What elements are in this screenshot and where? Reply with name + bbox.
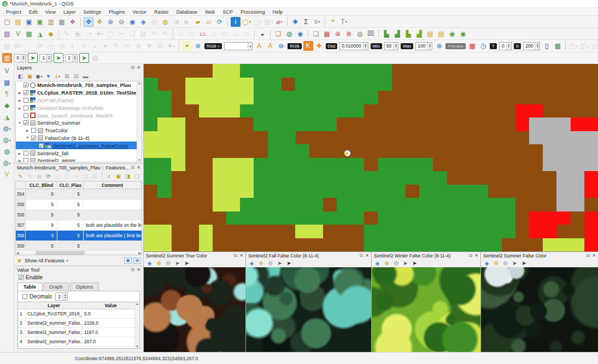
layout-manager-icon[interactable]: ▦ <box>57 17 67 27</box>
scp-transparency-spinbox[interactable]: 0▲▼ <box>499 42 512 50</box>
set-view-extent-icon[interactable]: ➤ <box>173 259 181 267</box>
scp-min-spinbox[interactable]: 60▲▼ <box>384 42 398 50</box>
folder-export-2-icon[interactable]: ▤ <box>436 29 446 39</box>
attribute-hscrollbar[interactable]: ◀▶ <box>16 250 142 255</box>
toggle-editing-icon[interactable]: ✎ <box>16 172 25 180</box>
copy-style-icon[interactable]: ❏ <box>273 29 283 39</box>
menu-edit[interactable]: Edit <box>25 9 42 15</box>
expand-all-icon[interactable]: ⊞ <box>63 72 71 80</box>
select-by-expression-icon[interactable]: ε <box>105 172 113 180</box>
zoom-full-icon[interactable]: ◈ <box>145 259 154 267</box>
layer-checkbox[interactable]: ✓ <box>24 120 28 125</box>
layer-checkbox[interactable]: ✓ <box>39 143 44 148</box>
layer-tree-item[interactable]: ▶✓CLCplus_RASTER_2018_010m_TestSiteMunic… <box>16 89 142 97</box>
close-panel-icon[interactable]: ✕ <box>137 267 140 272</box>
add-virtual-layer-icon[interactable]: V <box>2 169 12 179</box>
new-project-icon[interactable]: ▢ <box>2 17 12 27</box>
map-view-canvas[interactable] <box>372 267 480 352</box>
layer-tree-item[interactable]: Data_Search_Innsbruck_Munich <box>16 111 142 119</box>
temporal-chart-icon[interactable]: ▟ <box>392 29 402 39</box>
zoom-in-icon[interactable]: ⊕ <box>383 259 391 267</box>
decimals-checkbox[interactable]: ✓ <box>22 294 27 299</box>
collapse-all-icon[interactable]: ⊟ <box>72 72 80 80</box>
menu-project[interactable]: Project <box>2 9 25 15</box>
float-panel-icon[interactable]: ⊡ <box>469 253 473 258</box>
osm-search-icon[interactable]: ◒ <box>257 29 267 39</box>
layer-checkbox[interactable] <box>24 113 28 118</box>
extent-frame-icon[interactable]: 回 <box>366 29 376 39</box>
float-panel-icon[interactable]: ⊡ <box>131 65 135 70</box>
pin-labels-icon[interactable]: ▭ <box>198 29 208 39</box>
layer-tree-item[interactable]: ▶DOP 80 (Farbe) <box>16 97 142 104</box>
decimals-spinbox[interactable]: 2 ▲▼ <box>55 292 68 301</box>
show-all-features-button[interactable]: Show All Features <box>25 258 65 263</box>
scp-time-icon[interactable]: ◷ <box>478 41 488 51</box>
expander-icon[interactable]: ▼ <box>25 136 30 139</box>
layer-checkbox[interactable] <box>24 151 28 156</box>
float-panel-icon[interactable]: ⊡ <box>234 253 238 258</box>
scp-kmeans-icon[interactable]: K <box>303 41 313 51</box>
track-cursor-icon[interactable]: ➤ <box>411 259 419 267</box>
map-view-canvas[interactable] <box>481 267 598 352</box>
layer-tree-item[interactable]: ▼✓FalseColor (8-11-4) <box>16 134 142 142</box>
menu-web[interactable]: Web <box>201 9 219 15</box>
expander-icon[interactable]: ▶ <box>25 128 30 132</box>
column-header-CLC_Blind[interactable]: CLC_Blind <box>26 181 57 189</box>
invert-selection-icon[interactable]: ◨ <box>124 172 132 180</box>
expander-icon[interactable]: ▶ <box>17 106 22 110</box>
layer-tree-item[interactable]: ▶Sentinel2_fall <box>16 149 142 157</box>
add-vector-layer-icon[interactable]: V <box>13 29 23 39</box>
scp-band1-spinbox[interactable]: 1▲▼ <box>39 54 52 62</box>
filter-legend-icon[interactable]: ▼ <box>44 72 52 80</box>
column-header-CLC_Plau[interactable]: CLC_Plau <box>57 181 84 189</box>
layer-checkbox[interactable] <box>24 105 28 110</box>
float-panel-icon[interactable]: ⊡ <box>131 165 135 170</box>
scp-add-roi-icon[interactable]: ✚ <box>314 41 324 51</box>
filter-by-expression-icon[interactable]: ε▾ <box>54 72 62 80</box>
scp-band0-spinbox[interactable]: 0▲▼ <box>14 54 26 62</box>
zoom-out-icon[interactable]: ⊖ <box>392 259 400 267</box>
track-cursor-icon[interactable]: ➤ <box>520 259 528 267</box>
layer-lock-1-icon[interactable]: ◉ <box>447 29 457 39</box>
layer-checkbox[interactable] <box>24 98 28 103</box>
column-header-Comment[interactable]: Comment <box>84 181 142 189</box>
add-postgis-layer-icon[interactable]: ◍▾ <box>2 124 12 133</box>
pan-map-icon[interactable]: ✥ <box>84 17 93 27</box>
globe-plugin-icon[interactable]: ◍ <box>284 29 294 39</box>
zoom-full-icon[interactable]: ◈ <box>248 259 256 267</box>
filter-selection-icon[interactable]: ▼ <box>142 172 143 180</box>
layer-tree-item[interactable]: ▶Geoland Basemap Orthofoto <box>16 104 142 111</box>
expander-icon[interactable]: ▶ <box>17 158 22 162</box>
save-project-as-icon[interactable]: ▣ <box>35 17 45 27</box>
data-source-manager-icon[interactable]: ▧ <box>2 29 12 39</box>
add-wfs-layer-icon[interactable]: ◍▾ <box>2 158 12 168</box>
track-cursor-icon[interactable]: ➤ <box>183 259 191 267</box>
add-mesh-layer-icon[interactable]: ◮ <box>2 112 12 122</box>
tab-table[interactable]: Table <box>17 283 42 291</box>
expander-icon[interactable]: ▶ <box>17 151 22 155</box>
scp-max-spinbox[interactable]: 100▲▼ <box>415 42 432 50</box>
add-wms-layer-icon[interactable]: ◍▾ <box>2 135 12 145</box>
add-raster-layer-icon[interactable]: ▦ <box>2 78 12 87</box>
scp-preview-zoom-icon[interactable]: ⊕ <box>434 41 444 51</box>
menu-scp[interactable]: SCP <box>219 9 237 15</box>
value-table-scrollbar[interactable]: ▲▼ <box>134 302 139 348</box>
attributes-overflow-icon[interactable]: ≡▾ <box>312 17 322 27</box>
zoom-out-icon[interactable]: ⊖ <box>501 259 509 267</box>
zoom-native-icon[interactable]: ◉ <box>127 17 137 27</box>
expander-icon[interactable]: ▼ <box>17 121 22 125</box>
form-view-toggle[interactable]: ▤ <box>133 257 141 264</box>
zoom-in-icon[interactable]: ⊕ <box>105 17 115 27</box>
close-panel-icon[interactable]: ✕ <box>592 253 596 258</box>
layer-checkbox[interactable]: ✓ <box>24 83 28 87</box>
pan-to-selection-icon[interactable]: ✥ <box>95 17 104 27</box>
remove-layer-icon[interactable]: ▬ <box>81 72 90 80</box>
map-tips-icon[interactable]: ❝ <box>328 17 338 27</box>
close-panel-icon[interactable]: ✕ <box>137 165 140 170</box>
identify-features-icon[interactable]: i <box>231 17 241 27</box>
menu-plugins[interactable]: Plugins <box>105 9 129 15</box>
menu-help[interactable]: Help <box>268 9 286 15</box>
new-bookmark-icon[interactable]: ▰ <box>193 17 203 27</box>
expander-icon[interactable]: ▶ <box>17 98 22 102</box>
layer-lock-2-icon[interactable]: ◉ <box>458 29 468 39</box>
